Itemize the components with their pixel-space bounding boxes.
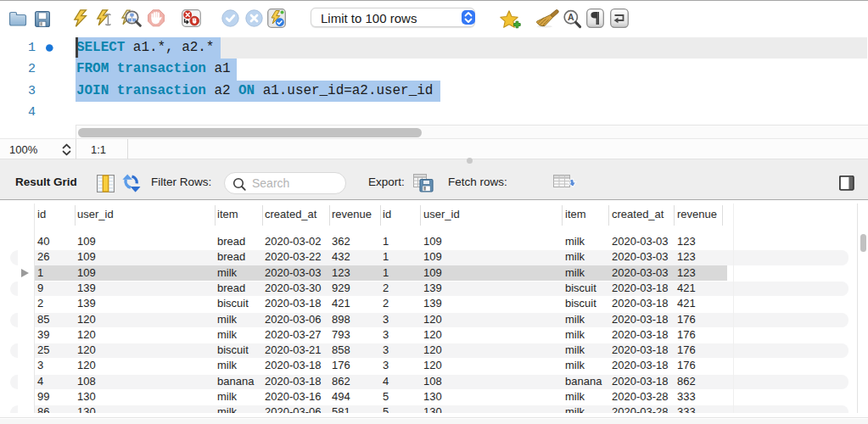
svg-text:A: A bbox=[568, 12, 574, 22]
